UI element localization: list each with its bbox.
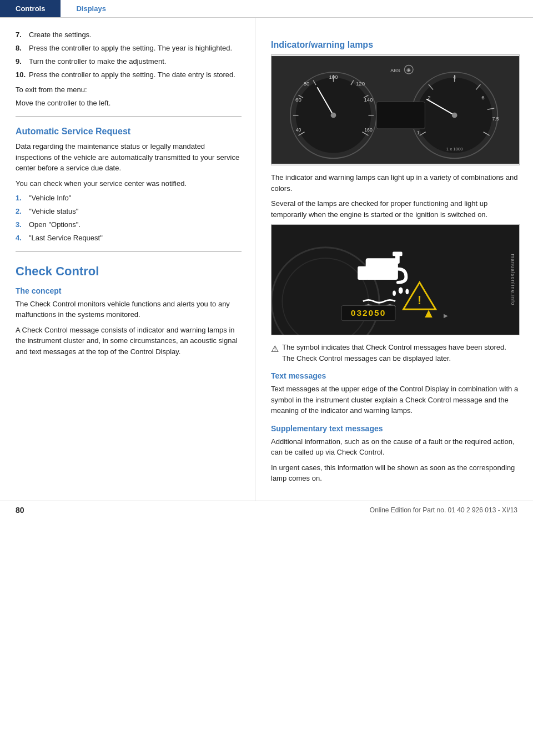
svg-text:4: 4 — [453, 74, 456, 80]
svg-rect-37 — [376, 102, 425, 128]
svg-text:100: 100 — [329, 74, 338, 80]
indicator-warning-heading: Indicator/warning lamps — [271, 40, 520, 50]
svg-text:40: 40 — [296, 127, 301, 133]
check-control-heading: Check Control — [16, 264, 242, 279]
main-content: 7. Create the settings. 8. Press the con… — [0, 18, 533, 501]
list-item: 1. "Vehicle Info" — [16, 193, 242, 204]
automatic-service-para1: Data regarding the maintenance status or… — [16, 141, 242, 174]
left-column: 7. Create the settings. 8. Press the con… — [0, 18, 255, 501]
list-item: 8. Press the controller to apply the set… — [16, 43, 242, 54]
supplementary-heading: Supplementary text messages — [271, 424, 520, 433]
svg-text:80: 80 — [304, 80, 310, 87]
edition-text: Online Edition for Part no. 01 40 2 926 … — [370, 506, 517, 514]
svg-text:▲: ▲ — [422, 306, 435, 320]
concept-subheading: The concept — [16, 286, 242, 295]
divider-2 — [16, 251, 242, 252]
dashboard-image: 60 80 100 120 140 40 160 — [271, 54, 520, 165]
list-item: 4. "Last Service Request" — [16, 233, 242, 244]
list-item: 3. Open "Options". — [16, 220, 242, 230]
steps-list: 7. Create the settings. 8. Press the con… — [16, 30, 242, 80]
warning-lamp-image: ! 032050 ▲ ▶ manualsonline.info — [271, 224, 520, 335]
svg-text:1: 1 — [417, 130, 420, 135]
concept-para1: The Check Control monitors vehicle funct… — [16, 299, 242, 320]
svg-point-49 — [399, 288, 403, 294]
list-item: 9. Turn the controller to make the adjus… — [16, 57, 242, 67]
watermark: manualsonline.info — [510, 254, 515, 305]
text-messages-para: Text messages at the upper edge of the C… — [271, 384, 520, 416]
svg-text:◉: ◉ — [406, 67, 411, 73]
indicator-para1: The indicator and warning lamps can ligh… — [271, 172, 520, 194]
supplementary-section: Supplementary text messages Additional i… — [271, 424, 520, 484]
svg-point-51 — [405, 289, 409, 294]
automatic-service-steps: 1. "Vehicle Info" 2. "Vehicle status" 3.… — [16, 193, 242, 243]
warning-triangle-icon: ⚠ — [271, 342, 279, 356]
indicator-warning-section: Indicator/warning lamps — [271, 40, 520, 220]
footer: 80 Online Edition for Part no. 01 40 2 9… — [0, 501, 533, 519]
automatic-service-para2: You can check when your service center w… — [16, 178, 242, 189]
svg-text:7.5: 7.5 — [492, 116, 499, 122]
text-messages-section: Text messages Text messages at the upper… — [271, 371, 520, 416]
svg-point-31 — [452, 113, 457, 118]
svg-text:140: 140 — [364, 97, 373, 103]
list-item: 7. Create the settings. — [16, 30, 242, 41]
svg-rect-48 — [393, 252, 402, 256]
right-column: Indicator/warning lamps — [255, 18, 533, 501]
svg-text:▶: ▶ — [444, 313, 448, 319]
svg-text:2: 2 — [428, 94, 430, 100]
svg-text:160: 160 — [364, 127, 373, 133]
list-item: 2. "Vehicle status" — [16, 206, 242, 217]
svg-text:6: 6 — [481, 94, 484, 100]
concept-para2: A Check Control message consists of indi… — [16, 325, 242, 357]
svg-text:1 x 1000: 1 x 1000 — [446, 147, 463, 152]
svg-text:60: 60 — [295, 97, 301, 103]
svg-text:032050: 032050 — [351, 308, 386, 317]
svg-text:ABS: ABS — [390, 68, 400, 73]
svg-text:!: ! — [418, 294, 421, 307]
supplementary-para1: Additional information, such as on the c… — [271, 436, 520, 458]
automatic-service-heading: Automatic Service Request — [16, 127, 242, 137]
text-messages-heading: Text messages — [271, 371, 520, 380]
tab-controls[interactable]: Controls — [0, 0, 61, 17]
automatic-service-section: Automatic Service Request Data regarding… — [16, 127, 242, 243]
indicator-para2: Several of the lamps are checked for pro… — [271, 198, 520, 220]
tab-displays[interactable]: Displays — [61, 0, 121, 17]
divider — [16, 116, 242, 117]
svg-point-13 — [331, 113, 336, 118]
exit-text: To exit from the menu: — [16, 84, 242, 95]
page-number: 80 — [16, 506, 24, 515]
svg-rect-46 — [358, 266, 368, 280]
list-item: 10. Press the controller to apply the se… — [16, 70, 242, 80]
top-navigation: Controls Displays — [0, 0, 533, 18]
check-control-section: Check Control The concept The Check Cont… — [16, 264, 242, 357]
supplementary-para2: In urgent cases, this information will b… — [271, 462, 520, 484]
move-text: Move the controller to the left. — [16, 98, 242, 109]
warning-note: ⚠ The symbol indicates that Check Contro… — [271, 342, 520, 364]
svg-text:120: 120 — [356, 80, 365, 87]
svg-point-50 — [393, 290, 396, 296]
svg-rect-45 — [366, 258, 398, 280]
